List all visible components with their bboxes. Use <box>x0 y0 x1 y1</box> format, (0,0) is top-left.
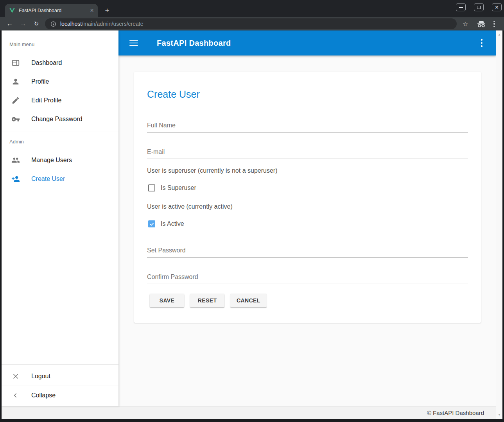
url-host: localhost <box>60 21 82 27</box>
tab-close-icon[interactable]: ✕ <box>90 8 94 13</box>
app-menu-button[interactable] <box>479 37 484 49</box>
email-field[interactable] <box>147 145 468 159</box>
app-bar: FastAPI Dashboard <box>118 30 496 55</box>
sidebar-item-create-user[interactable]: Create User <box>2 170 118 188</box>
window-controls: ✕ <box>456 3 502 11</box>
sidebar-item-label: Dashboard <box>31 59 62 66</box>
sidebar-item-collapse[interactable]: Collapse <box>2 386 118 405</box>
page-title: Create User <box>147 89 200 100</box>
reset-button[interactable]: RESET <box>190 294 224 307</box>
checkbox-label[interactable]: Is Superuser <box>161 184 196 191</box>
check-icon <box>149 222 154 227</box>
url-path: /main/admin/users/create <box>82 21 143 27</box>
dashboard-icon <box>11 58 20 68</box>
active-hint: User is active (currently active) <box>147 203 233 210</box>
sidebar-item-edit-profile[interactable]: Edit Profile <box>2 91 118 110</box>
scroll-down-arrow[interactable]: ▼ <box>496 413 502 417</box>
minimize-button[interactable] <box>456 3 466 11</box>
sidebar-item-label: Logout <box>31 373 50 380</box>
logout-x-icon <box>11 372 20 381</box>
form-actions: SAVE RESET CANCEL <box>150 294 267 307</box>
cancel-button[interactable]: CANCEL <box>230 294 267 307</box>
save-button[interactable]: SAVE <box>150 294 184 307</box>
sidebar-item-label: Manage Users <box>31 157 72 164</box>
reload-button[interactable]: ↻ <box>32 17 41 30</box>
vue-logo-icon <box>9 7 15 14</box>
pencil-icon <box>11 96 20 105</box>
browser-toolbar: ← → ↻ localhost/main/admin/users/create … <box>0 17 504 30</box>
checkbox-label[interactable]: Is Active <box>161 220 184 227</box>
page-viewport: FastAPI Dashboard Main menu Dashboard <box>2 30 502 419</box>
sidebar-item-label: Create User <box>31 175 65 182</box>
close-button[interactable]: ✕ <box>492 3 502 11</box>
checkbox-unchecked[interactable] <box>148 184 155 191</box>
address-bar[interactable]: localhost/main/admin/users/create <box>45 18 457 29</box>
sidebar-item-logout[interactable]: Logout <box>2 367 118 386</box>
is-active-checkbox-row[interactable]: Is Active <box>148 220 184 227</box>
key-icon <box>11 114 20 124</box>
maximize-button[interactable] <box>474 3 484 11</box>
copyright-text: © FastAPI Dashboard <box>427 409 484 416</box>
sidebar-item-manage-users[interactable]: Manage Users <box>2 151 118 170</box>
new-tab-button[interactable]: + <box>102 6 112 16</box>
app-footer: © FastAPI Dashboard <box>2 406 496 419</box>
close-icon: ✕ <box>495 5 499 10</box>
tab-title: FastAPI Dashboard <box>19 8 87 13</box>
full-name-field[interactable] <box>147 118 468 132</box>
confirm-password-field[interactable] <box>147 270 468 284</box>
sidebar-item-change-password[interactable]: Change Password <box>2 110 118 129</box>
person-add-icon <box>11 174 20 184</box>
create-user-card: Create User User is superuser (currently… <box>134 72 481 323</box>
checkbox-checked[interactable] <box>148 220 155 227</box>
forward-button[interactable]: → <box>19 17 27 30</box>
kebab-icon <box>493 21 495 27</box>
site-info-icon[interactable] <box>50 21 56 27</box>
hamburger-menu-button[interactable] <box>128 38 140 48</box>
back-button[interactable]: ← <box>5 17 14 30</box>
person-icon <box>11 77 20 86</box>
maximize-icon <box>477 6 481 9</box>
bookmark-star-icon[interactable]: ☆ <box>461 17 470 30</box>
scroll-up-arrow[interactable]: ▲ <box>496 33 502 36</box>
app-title: FastAPI Dashboard <box>157 39 231 48</box>
superuser-hint: User is superuser (currently is not a su… <box>147 167 277 174</box>
minimize-icon <box>459 7 463 8</box>
sidebar-item-label: Profile <box>31 78 49 85</box>
people-icon <box>11 156 20 165</box>
browser-tab[interactable]: FastAPI Dashboard ✕ <box>5 4 98 17</box>
sidebar-section-main: Main menu <box>9 41 34 47</box>
sidebar-item-dashboard[interactable]: Dashboard <box>2 54 118 72</box>
set-password-field[interactable] <box>147 243 468 257</box>
sidebar-section-admin: Admin <box>9 139 24 145</box>
sidebar-item-label: Edit Profile <box>31 97 61 104</box>
browser-titlebar: FastAPI Dashboard ✕ + ✕ <box>0 0 504 17</box>
sidebar-item-label: Collapse <box>31 392 56 399</box>
sidebar-item-label: Change Password <box>31 116 83 123</box>
incognito-icon <box>475 17 487 30</box>
sidebar: Main menu Dashboard Profile <box>2 30 118 406</box>
sidebar-divider <box>2 132 118 132</box>
chevron-left-icon <box>11 391 20 400</box>
sidebar-item-profile[interactable]: Profile <box>2 72 118 91</box>
sidebar-divider <box>2 364 118 365</box>
page-scrollbar[interactable]: ▲ ▼ <box>496 30 502 419</box>
browser-menu-button[interactable] <box>490 17 498 30</box>
is-superuser-checkbox-row[interactable]: Is Superuser <box>148 184 196 191</box>
browser-window: FastAPI Dashboard ✕ + ✕ ← → ↻ localhost/… <box>0 0 504 422</box>
